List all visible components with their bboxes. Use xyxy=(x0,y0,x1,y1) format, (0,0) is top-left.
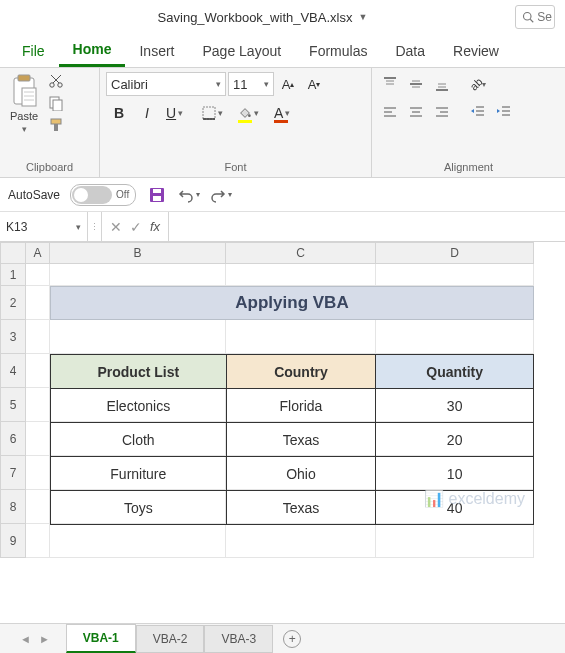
chevron-down-icon: ▾ xyxy=(22,124,27,134)
cell-country[interactable]: Texas xyxy=(226,491,376,525)
font-size-select[interactable]: 11▾ xyxy=(228,72,274,96)
row-header[interactable]: 3 xyxy=(0,320,26,354)
italic-button[interactable]: I xyxy=(134,100,160,126)
tab-data[interactable]: Data xyxy=(381,34,439,67)
align-center-icon xyxy=(408,104,424,120)
header-quantity[interactable]: Quantity xyxy=(376,355,534,389)
autosave-toggle[interactable] xyxy=(72,186,112,204)
outdent-icon xyxy=(470,104,486,120)
row-header[interactable]: 4 xyxy=(0,354,26,388)
formula-input[interactable] xyxy=(168,212,565,241)
border-icon xyxy=(202,106,216,120)
column-header-a[interactable]: A xyxy=(26,242,50,264)
orientation-button[interactable]: ab▾ xyxy=(466,72,490,96)
copy-button[interactable] xyxy=(46,94,66,112)
enter-formula-button[interactable]: ✓ xyxy=(130,219,142,235)
column-header-c[interactable]: C xyxy=(226,242,376,264)
undo-button[interactable]: ▾ xyxy=(178,184,200,206)
save-button[interactable] xyxy=(146,184,168,206)
align-left-button[interactable] xyxy=(378,100,402,124)
title-banner[interactable]: Applying VBA xyxy=(50,286,534,320)
format-painter-button[interactable] xyxy=(46,116,66,134)
align-center-button[interactable] xyxy=(404,100,428,124)
chevron-down-icon: ▾ xyxy=(264,79,269,89)
cell-qty[interactable]: 10 xyxy=(376,457,534,491)
paste-button[interactable]: Paste ▾ xyxy=(6,72,42,136)
cell-product[interactable]: Furniture xyxy=(51,457,227,491)
svg-rect-13 xyxy=(53,100,62,111)
alignment-group-label: Alignment xyxy=(378,159,559,175)
border-button[interactable]: ▾ xyxy=(198,100,232,126)
svg-point-9 xyxy=(58,83,62,87)
align-middle-button[interactable] xyxy=(404,72,428,96)
group-font: Calibri▾ 11▾ A▴ A▾ B I U▾ ▾ ▾ A▾ Font xyxy=(100,68,372,177)
cell-country[interactable]: Florida xyxy=(226,389,376,423)
cut-button[interactable] xyxy=(46,72,66,90)
align-bottom-button[interactable] xyxy=(430,72,454,96)
tab-formulas[interactable]: Formulas xyxy=(295,34,381,67)
font-name-select[interactable]: Calibri▾ xyxy=(106,72,226,96)
column-header-b[interactable]: B xyxy=(50,242,226,264)
decrease-font-button[interactable]: A▾ xyxy=(302,72,326,96)
sheet-tab-vba1[interactable]: VBA-1 xyxy=(66,624,136,653)
cell-qty[interactable]: 30 xyxy=(376,389,534,423)
cell-product[interactable]: Cloth xyxy=(51,423,227,457)
brush-icon xyxy=(48,117,64,133)
cancel-formula-button[interactable]: ✕ xyxy=(110,219,122,235)
tab-file[interactable]: File xyxy=(8,34,59,67)
cell-country[interactable]: Texas xyxy=(226,423,376,457)
row-header[interactable]: 2 xyxy=(0,286,26,320)
svg-line-10 xyxy=(53,75,61,83)
svg-point-18 xyxy=(248,114,251,117)
add-sheet-button[interactable]: + xyxy=(283,630,301,648)
cell-product[interactable]: Electonics xyxy=(51,389,227,423)
align-top-button[interactable] xyxy=(378,72,402,96)
chevron-down-icon: ▾ xyxy=(285,108,290,118)
paste-label: Paste xyxy=(10,110,38,122)
cell-reference: K13 xyxy=(6,220,27,234)
select-all-corner[interactable] xyxy=(0,242,26,264)
filename-dropdown-icon[interactable]: ▼ xyxy=(358,12,367,22)
row-header[interactable]: 5 xyxy=(0,388,26,422)
tab-home[interactable]: Home xyxy=(59,34,126,67)
row-header[interactable]: 6 xyxy=(0,422,26,456)
svg-rect-15 xyxy=(54,124,58,131)
svg-rect-14 xyxy=(51,119,61,124)
header-country[interactable]: Country xyxy=(226,355,376,389)
cell-country[interactable]: Ohio xyxy=(226,457,376,491)
chevron-down-icon: ▾ xyxy=(196,190,200,199)
name-box[interactable]: K13▾ xyxy=(0,212,88,241)
sheet-tab-vba2[interactable]: VBA-2 xyxy=(136,625,205,653)
next-sheet-button[interactable]: ► xyxy=(39,633,50,645)
row-header[interactable]: 9 xyxy=(0,524,26,558)
cell-qty[interactable]: 20 xyxy=(376,423,534,457)
align-right-button[interactable] xyxy=(430,100,454,124)
row-header[interactable]: 1 xyxy=(0,264,26,286)
redo-button[interactable]: ▾ xyxy=(210,184,232,206)
undo-icon xyxy=(178,187,194,203)
increase-indent-button[interactable] xyxy=(492,100,516,124)
decrease-indent-button[interactable] xyxy=(466,100,490,124)
tab-insert[interactable]: Insert xyxy=(125,34,188,67)
header-product[interactable]: Product List xyxy=(51,355,227,389)
increase-font-button[interactable]: A▴ xyxy=(276,72,300,96)
column-header-d[interactable]: D xyxy=(376,242,534,264)
tab-review[interactable]: Review xyxy=(439,34,513,67)
svg-rect-3 xyxy=(18,75,30,81)
tab-page-layout[interactable]: Page Layout xyxy=(188,34,295,67)
fx-label[interactable]: fx xyxy=(150,219,160,234)
fill-color-button[interactable]: ▾ xyxy=(234,100,268,126)
row-header[interactable]: 8 xyxy=(0,490,26,524)
search-box[interactable]: Se xyxy=(515,5,555,29)
quick-access-toolbar: AutoSave Off ▾ ▾ xyxy=(0,178,565,212)
cell-product[interactable]: Toys xyxy=(51,491,227,525)
font-color-button[interactable]: A▾ xyxy=(270,100,304,126)
bold-button[interactable]: B xyxy=(106,100,132,126)
filename: Saving_Workbook_with_VBA.xlsx xyxy=(158,10,353,25)
svg-line-1 xyxy=(530,19,533,22)
sheet-tab-vba3[interactable]: VBA-3 xyxy=(204,625,273,653)
clipboard-icon xyxy=(10,74,38,108)
underline-button[interactable]: U▾ xyxy=(162,100,196,126)
prev-sheet-button[interactable]: ◄ xyxy=(20,633,31,645)
row-header[interactable]: 7 xyxy=(0,456,26,490)
